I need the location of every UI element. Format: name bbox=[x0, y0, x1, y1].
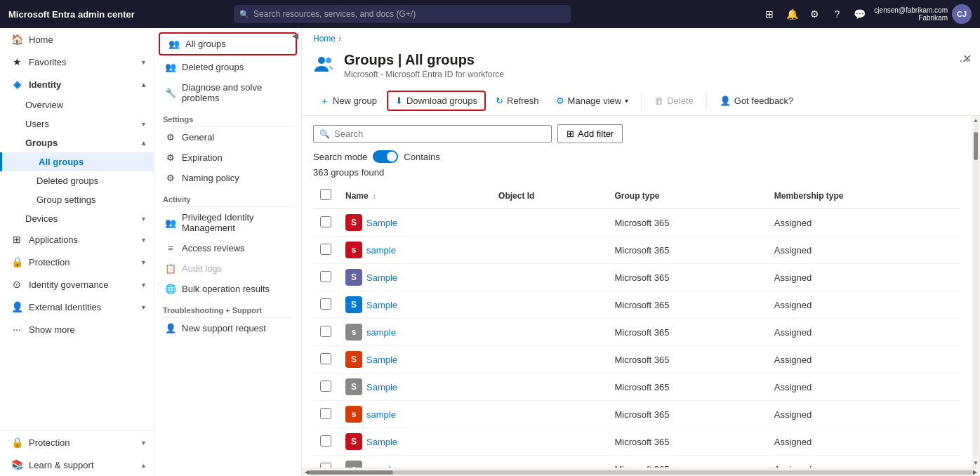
results-count: 363 groups found bbox=[313, 167, 960, 178]
filter-icon: ⊞ bbox=[567, 128, 574, 139]
download-groups-button[interactable]: ⬇ Download groups bbox=[387, 91, 486, 111]
user-email: cjensen@fabrikam.com bbox=[874, 6, 948, 14]
portal-icon[interactable]: ⊞ bbox=[762, 8, 777, 20]
sidebar-item-applications[interactable]: ⊞ Applications ▾ bbox=[0, 228, 154, 251]
horizontal-scrollbar[interactable]: ◀ ▶ bbox=[302, 468, 980, 476]
row-group-type-cell: Microsoft 365 bbox=[607, 456, 767, 468]
row-select-checkbox[interactable] bbox=[320, 381, 331, 392]
user-menu[interactable]: cjensen@fabrikam.com Fabrikam CJ bbox=[874, 4, 972, 24]
group-avatar: S bbox=[345, 433, 362, 450]
scroll-right-button[interactable]: ▶ bbox=[973, 469, 977, 475]
settings-icon[interactable]: ⚙ bbox=[807, 8, 822, 20]
sidebar-item-external-identities[interactable]: 👤 External Identities ▾ bbox=[0, 296, 154, 318]
sidebar-learn-label: Learn & support bbox=[29, 460, 136, 470]
sidebar-item-protection-bottom[interactable]: 🔒 Protection ▾ bbox=[0, 430, 154, 454]
group-name-link[interactable]: sample bbox=[366, 245, 396, 256]
row-object-id-cell bbox=[491, 456, 607, 468]
row-group-type-cell: Microsoft 365 bbox=[607, 291, 767, 319]
sidebar-item-show-more[interactable]: ··· Show more bbox=[0, 318, 154, 341]
sub-panel-general[interactable]: ⚙ General bbox=[154, 127, 301, 147]
sidebar-subitem-users[interactable]: Users ▾ bbox=[0, 114, 154, 133]
group-name-link[interactable]: Sample bbox=[366, 355, 397, 365]
sidebar-item-protection[interactable]: 🔒 Protection ▾ bbox=[0, 251, 154, 273]
sidebar-subitem-devices[interactable]: Devices ▾ bbox=[0, 209, 154, 228]
topbar-search-input[interactable] bbox=[234, 5, 571, 23]
sidebar-item-identity[interactable]: ◈ Identity ▴ bbox=[0, 73, 154, 95]
feedback-icon: 👤 bbox=[720, 95, 731, 106]
row-select-checkbox[interactable] bbox=[320, 298, 331, 310]
sidebar-subitem-deleted-groups[interactable]: Deleted groups bbox=[0, 171, 154, 190]
group-name-link[interactable]: Sample bbox=[366, 218, 397, 228]
group-name-link[interactable]: sample bbox=[366, 409, 396, 420]
home-icon: 🏠 bbox=[11, 34, 23, 45]
sidebar-subitem-group-settings[interactable]: Group settings bbox=[0, 190, 154, 209]
chevron-up-icon: ▴ bbox=[142, 81, 145, 88]
row-group-type-cell: Microsoft 365 bbox=[607, 209, 767, 237]
sub-panel-collapse-icon[interactable]: ◀ bbox=[292, 31, 298, 41]
sub-panel-deleted-groups[interactable]: 👥 Deleted groups bbox=[154, 57, 301, 77]
row-select-checkbox[interactable] bbox=[320, 463, 331, 468]
sidebar-item-favorites[interactable]: ★ Favorites ▾ bbox=[0, 51, 154, 73]
row-select-checkbox[interactable] bbox=[320, 353, 331, 364]
row-checkbox-cell bbox=[313, 456, 338, 468]
row-select-checkbox[interactable] bbox=[320, 326, 331, 337]
search-mode-toggle[interactable] bbox=[373, 150, 398, 163]
sub-panel-diagnose[interactable]: 🔧 Diagnose and solve problems bbox=[154, 77, 301, 108]
sub-panel-access-reviews[interactable]: ≡ Access reviews bbox=[154, 238, 301, 258]
sub-panel-all-groups[interactable]: 👥 All groups bbox=[159, 32, 297, 55]
sub-panel-new-support[interactable]: 👤 New support request bbox=[154, 318, 301, 338]
avatar: CJ bbox=[952, 4, 972, 24]
row-select-checkbox[interactable] bbox=[320, 244, 331, 255]
sidebar-item-identity-governance[interactable]: ⊙ Identity governance ▾ bbox=[0, 273, 154, 296]
vertical-scrollbar[interactable]: ▲ ▼ bbox=[972, 116, 980, 468]
row-select-checkbox[interactable] bbox=[320, 435, 331, 447]
search-input[interactable] bbox=[334, 128, 545, 139]
scroll-thumb[interactable] bbox=[974, 132, 978, 160]
object-id-column-header: Object Id bbox=[491, 183, 607, 209]
row-select-checkbox[interactable] bbox=[320, 271, 331, 282]
sub-panel-diagnose-label: Diagnose and solve problems bbox=[182, 82, 293, 103]
add-filter-button[interactable]: ⊞ Add filter bbox=[557, 124, 623, 143]
breadcrumb-home[interactable]: Home bbox=[313, 34, 336, 44]
sub-panel-pim[interactable]: 👥 Privileged Identity Management bbox=[154, 207, 301, 238]
sidebar-subitem-all-groups[interactable]: All groups bbox=[0, 152, 154, 171]
delete-button[interactable]: 🗑 Delete bbox=[647, 92, 701, 110]
group-name-link[interactable]: Sample bbox=[366, 382, 397, 392]
new-group-button[interactable]: ＋ New group bbox=[313, 91, 384, 111]
manage-view-button[interactable]: ⚙ Manage view ▾ bbox=[549, 92, 636, 110]
expiration-icon: ⚙ bbox=[165, 152, 176, 163]
row-select-checkbox[interactable] bbox=[320, 408, 331, 419]
group-name-link[interactable]: Sample bbox=[366, 437, 397, 447]
learn-icon: 📚 bbox=[11, 459, 23, 470]
sidebar-item-learn-support[interactable]: 📚 Learn & support ▴ bbox=[0, 454, 154, 476]
breadcrumb-separator: › bbox=[338, 34, 341, 44]
new-support-icon: 👤 bbox=[165, 323, 176, 333]
page-close-button[interactable]: ✕ bbox=[962, 52, 972, 65]
refresh-button[interactable]: ↻ Refresh bbox=[489, 92, 546, 110]
sidebar-subitem-groups[interactable]: Groups ▴ bbox=[0, 133, 154, 152]
help-icon[interactable]: ? bbox=[829, 8, 845, 20]
sub-panel-bulk-operations[interactable]: 🌐 Bulk operation results bbox=[154, 279, 301, 299]
row-select-checkbox[interactable] bbox=[320, 216, 331, 227]
got-feedback-button[interactable]: 👤 Got feedback? bbox=[713, 92, 801, 110]
group-name-link[interactable]: Sample bbox=[366, 300, 397, 310]
sidebar-external-label: External Identities bbox=[29, 302, 136, 312]
sidebar-item-home[interactable]: 🏠 Home bbox=[0, 28, 154, 51]
table-row: s sample Microsoft 365 Assigned bbox=[313, 237, 960, 264]
group-name-link[interactable]: Sample bbox=[366, 272, 397, 283]
group-name-link[interactable]: sample bbox=[366, 327, 396, 338]
troubleshoot-section-label: Troubleshooting + Support bbox=[154, 299, 301, 317]
select-all-checkbox[interactable] bbox=[320, 189, 331, 200]
name-column-header[interactable]: Name ↕ bbox=[338, 183, 491, 209]
feedback-icon[interactable]: 💬 bbox=[852, 8, 867, 20]
group-avatar: S bbox=[345, 351, 362, 368]
h-scroll-thumb[interactable] bbox=[309, 470, 393, 475]
sub-panel-pim-label: Privileged Identity Management bbox=[182, 212, 293, 233]
sidebar-subitem-overview[interactable]: Overview bbox=[0, 95, 154, 114]
sub-panel-expiration[interactable]: ⚙ Expiration bbox=[154, 147, 301, 168]
scroll-up-button[interactable]: ▲ bbox=[973, 117, 979, 124]
sub-panel-naming-policy[interactable]: ⚙ Naming policy bbox=[154, 168, 301, 188]
row-checkbox-cell bbox=[313, 346, 338, 373]
notification-icon[interactable]: 🔔 bbox=[784, 8, 800, 20]
scroll-down-button[interactable]: ▼ bbox=[973, 460, 979, 466]
